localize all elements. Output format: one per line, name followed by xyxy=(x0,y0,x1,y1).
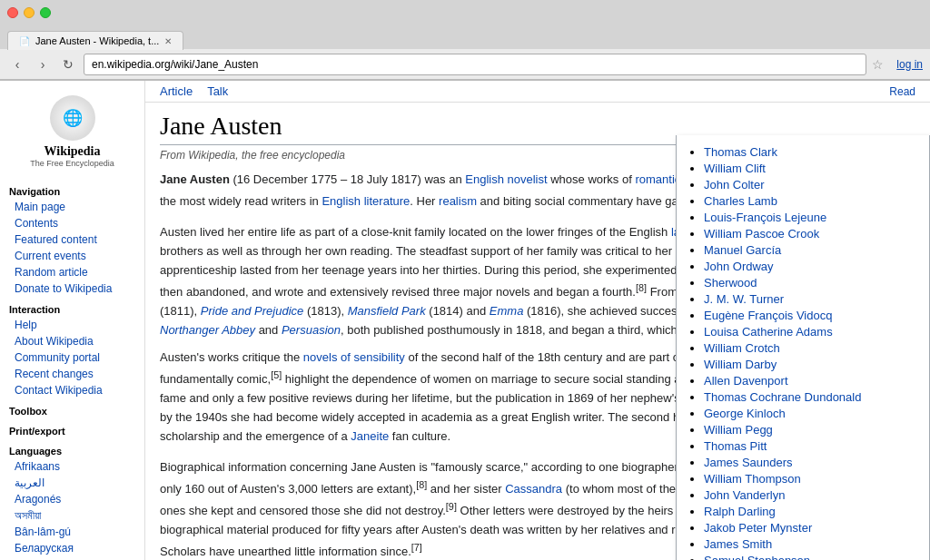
tab-favicon-icon: 📄 xyxy=(19,36,30,46)
sidebar-lang-belarusian2[interactable]: Беларуская (тарашкевіца) xyxy=(0,556,144,560)
link-mansfield-park[interactable]: Mansfield Park xyxy=(348,304,426,318)
dropdown-link-jakob-mynster[interactable]: Jakob Peter Mynster xyxy=(704,521,812,535)
link-persuasion[interactable]: Persuasion xyxy=(282,323,341,337)
dropdown-link-dundonald[interactable]: Thomas Cochrane Dundonald xyxy=(704,390,861,404)
bookmark-icon[interactable]: ☆ xyxy=(872,57,884,72)
sidebar-item-help[interactable]: Help xyxy=(0,317,144,333)
sidebar-item-recent-changes[interactable]: Recent changes xyxy=(0,366,144,382)
browser-tab[interactable]: 📄 Jane Austen - Wikipedia, t... ✕ xyxy=(7,31,183,50)
sidebar-lang-assamese[interactable]: অসমীয়া xyxy=(0,507,144,524)
list-item: John Colter xyxy=(704,178,918,192)
list-item: J. M. W. Turner xyxy=(704,292,918,306)
forward-button[interactable]: › xyxy=(33,54,53,74)
list-item: James Saunders xyxy=(704,456,918,469)
sidebar-lang-arabic[interactable]: العربية xyxy=(0,475,144,491)
sidebar-item-current-events[interactable]: Current events xyxy=(0,248,144,264)
link-english-literature[interactable]: English literature xyxy=(322,194,410,208)
sidebar-item-random[interactable]: Random article xyxy=(0,264,144,280)
dropdown-overlay: Thomas Clark William Clift John Colter C… xyxy=(676,135,930,560)
dropdown-link-allen-davenport[interactable]: Allen Davenport xyxy=(704,374,788,388)
sidebar-nav-section: Navigation Main page Contents Featured c… xyxy=(0,182,144,297)
list-item: George Kinloch xyxy=(704,407,918,420)
page-layout: 🌐 Wikipedia The Free Encyclopedia Naviga… xyxy=(0,81,930,560)
dropdown-link-john-colter[interactable]: John Colter xyxy=(704,178,764,192)
list-item: William Darby xyxy=(704,358,918,371)
list-item: William Crotch xyxy=(704,341,918,355)
dropdown-link-james-smith[interactable]: James Smith xyxy=(704,537,772,551)
sidebar-lang-afrikaans[interactable]: Afrikaans xyxy=(0,458,144,475)
dropdown-link-samuel-stephenson[interactable]: Samuel Stephenson xyxy=(704,554,810,560)
list-item: William Clift xyxy=(704,162,918,175)
list-item: Thomas Cochrane Dundonald xyxy=(704,390,918,404)
sidebar-item-about[interactable]: About Wikipedia xyxy=(0,333,144,349)
reload-button[interactable]: ↻ xyxy=(58,54,78,74)
sidebar-item-community[interactable]: Community portal xyxy=(0,349,144,366)
minimize-button[interactable] xyxy=(24,7,35,18)
address-input[interactable] xyxy=(84,54,866,75)
sidebar-item-contents[interactable]: Contents xyxy=(0,215,144,231)
dropdown-link-william-clift[interactable]: William Clift xyxy=(704,162,766,175)
dropdown-link-john-vanderlyn[interactable]: John Vanderlyn xyxy=(704,488,785,502)
dropdown-link-george-kinloch[interactable]: George Kinloch xyxy=(704,407,786,420)
dropdown-link-james-saunders[interactable]: James Saunders xyxy=(704,456,793,469)
back-button[interactable]: ‹ xyxy=(7,54,27,74)
sidebar-lang-belarusian[interactable]: Беларуская xyxy=(0,540,144,556)
link-realism[interactable]: realism xyxy=(439,194,477,208)
dropdown-link-louis-lejeune[interactable]: Louis-François Lejeune xyxy=(704,211,826,224)
sidebar-item-contact[interactable]: Contact Wikipedia xyxy=(0,382,144,398)
dropdown-link-sherwood[interactable]: Sherwood xyxy=(704,276,757,290)
dropdown-link-john-ordway[interactable]: John Ordway xyxy=(704,260,774,273)
tab-talk[interactable]: Talk xyxy=(207,84,228,98)
list-item: Thomas Pitt xyxy=(704,439,918,453)
sidebar-lang-aragones[interactable]: Aragonés xyxy=(0,491,144,507)
link-pride-prejudice[interactable]: Pride and Prejudice xyxy=(201,304,303,318)
list-item: Samuel Stephenson xyxy=(704,554,918,560)
dropdown-link-william-crook[interactable]: William Pascoe Crook xyxy=(704,227,819,241)
link-emma[interactable]: Emma xyxy=(490,304,524,318)
content-tabs: Article Talk xyxy=(160,84,228,98)
toolbox-heading: Toolbox xyxy=(0,402,144,418)
list-item: William Pegg xyxy=(704,423,918,437)
browser-chrome: 📄 Jane Austen - Wikipedia, t... ✕ ‹ › ↻ … xyxy=(0,0,930,81)
dropdown-link-manuel-garcia[interactable]: Manuel García xyxy=(704,243,781,257)
dropdown-link-thomas-pitt[interactable]: Thomas Pitt xyxy=(704,439,767,453)
sidebar-lang-banlam[interactable]: Bân-lâm-gú xyxy=(0,524,144,540)
maximize-button[interactable] xyxy=(40,7,51,18)
dropdown-link-turner[interactable]: J. M. W. Turner xyxy=(704,292,784,306)
sidebar-toolbox-section: Toolbox xyxy=(0,402,144,418)
sidebar-languages-section: Languages Afrikaans العربية Aragonés অসম… xyxy=(0,442,144,560)
list-item: Sherwood xyxy=(704,276,918,290)
link-cassandra[interactable]: Cassandra xyxy=(505,482,562,496)
print-heading: Print/export xyxy=(0,422,144,438)
address-bar-row: ‹ › ↻ ☆ log in xyxy=(0,49,930,80)
sidebar-item-featured[interactable]: Featured content xyxy=(0,231,144,248)
dropdown-link-thomas-clark[interactable]: Thomas Clark xyxy=(704,145,777,159)
link-english-novelist[interactable]: English novelist xyxy=(465,172,547,186)
close-button[interactable] xyxy=(7,7,18,18)
link-janeite[interactable]: Janeite xyxy=(351,429,389,443)
sidebar-item-donate[interactable]: Donate to Wikipedia xyxy=(0,280,144,297)
dropdown-link-william-crotch[interactable]: William Crotch xyxy=(704,341,780,355)
list-item: John Ordway xyxy=(704,260,918,273)
dropdown-link-william-pegg[interactable]: William Pegg xyxy=(704,423,773,437)
tab-close-icon[interactable]: ✕ xyxy=(164,36,172,46)
link-novels-sensibility[interactable]: novels of sensibility xyxy=(303,350,405,364)
wiki-title: Wikipedia xyxy=(45,144,101,159)
link-northanger-abbey[interactable]: Northanger Abbey xyxy=(160,323,255,337)
dropdown-link-charles-lamb[interactable]: Charles Lamb xyxy=(704,194,777,208)
wiki-subtitle: The Free Encyclopedia xyxy=(30,159,114,168)
sidebar-item-main-page[interactable]: Main page xyxy=(0,199,144,215)
dropdown-link-louisa-adams[interactable]: Louisa Catherine Adams xyxy=(704,325,833,339)
dropdown-link-vidocq[interactable]: Eugène François Vidocq xyxy=(704,309,832,322)
list-item: Thomas Clark xyxy=(704,145,918,159)
list-item: Louisa Catherine Adams xyxy=(704,325,918,339)
login-link[interactable]: log in xyxy=(896,58,923,71)
sidebar-interaction-section: Interaction Help About Wikipedia Communi… xyxy=(0,300,144,398)
dropdown-link-ralph-darling[interactable]: Ralph Darling xyxy=(704,505,776,518)
main-content: Article Talk Read Jane Austen From Wikip… xyxy=(145,81,930,560)
tab-article[interactable]: Article xyxy=(160,84,193,98)
tab-title: Jane Austen - Wikipedia, t... xyxy=(35,35,159,46)
dropdown-link-william-thompson[interactable]: William Thompson xyxy=(704,472,801,486)
dropdown-link-william-darby[interactable]: William Darby xyxy=(704,358,777,371)
wiki-logo: 🌐 Wikipedia The Free Encyclopedia xyxy=(0,88,144,175)
